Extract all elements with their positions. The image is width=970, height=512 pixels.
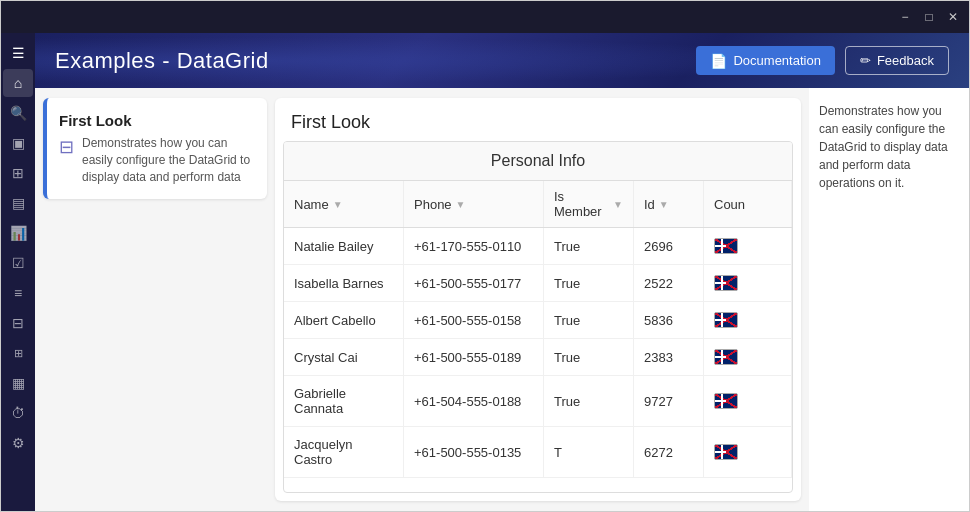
sidebar-item-menu[interactable]: ☰ — [3, 39, 33, 67]
table-row[interactable]: Natalie Bailey +61-170-555-0110 True 269… — [284, 228, 792, 265]
sidebar-item-table[interactable]: ⊟ — [3, 309, 33, 337]
col-header-member[interactable]: Is Member ▼ — [544, 181, 634, 227]
cell-name: Crystal Cai — [284, 339, 404, 375]
sidebar: ☰ ⌂ 🔍 ▣ ⊞ ▤ 📊 ☑ ≡ ⊟ ⊞ ▦ ⏱ ⚙ — [1, 33, 35, 511]
titlebar: − □ ✕ — [1, 1, 969, 33]
col-header-name[interactable]: Name ▼ — [284, 181, 404, 227]
sidebar-item-pivot[interactable]: ⊞ — [3, 339, 33, 367]
cell-member: True — [544, 376, 634, 426]
sidebar-item-window[interactable]: ▣ — [3, 129, 33, 157]
flag-icon — [714, 444, 738, 460]
sidebar-item-chart[interactable]: 📊 — [3, 219, 33, 247]
flag-icon — [714, 349, 738, 365]
table-row[interactable]: Crystal Cai +61-500-555-0189 True 2383 — [284, 339, 792, 376]
section-title: First Look — [275, 98, 801, 141]
cell-name: Natalie Bailey — [284, 228, 404, 264]
sidebar-item-grid[interactable]: ⊞ — [3, 159, 33, 187]
doc-icon: 📄 — [710, 53, 727, 69]
header: Examples - DataGrid 📄 Documentation ✏ Fe… — [35, 33, 969, 88]
sidebar-item-layout[interactable]: ▤ — [3, 189, 33, 217]
cell-id: 6272 — [634, 427, 704, 477]
right-description: Demonstrates how you can easily configur… — [809, 88, 969, 511]
minimize-button[interactable]: − — [897, 9, 913, 25]
cell-phone: +61-500-555-0158 — [404, 302, 544, 338]
col-header-country: Coun — [704, 181, 792, 227]
sidebar-item-list[interactable]: ≡ — [3, 279, 33, 307]
cell-country — [704, 265, 792, 301]
left-panel: First Look ⊟ Demonstrates how you can ea… — [35, 88, 275, 511]
table-row[interactable]: Albert Cabello +61-500-555-0158 True 583… — [284, 302, 792, 339]
sidebar-item-home[interactable]: ⌂ — [3, 69, 33, 97]
column-headers: Name ▼ Phone ▼ Is Member ▼ — [284, 181, 792, 228]
sidebar-item-settings[interactable]: ⚙ — [3, 429, 33, 457]
col-header-phone[interactable]: Phone ▼ — [404, 181, 544, 227]
data-grid-body[interactable]: Natalie Bailey +61-170-555-0110 True 269… — [284, 228, 792, 492]
cell-member: T — [544, 427, 634, 477]
table-row[interactable]: Jacquelyn Castro +61-500-555-0135 T 6272 — [284, 427, 792, 478]
cell-phone: +61-504-555-0188 — [404, 376, 544, 426]
header-actions: 📄 Documentation ✏ Feedback — [696, 46, 949, 75]
content-area: First Look ⊟ Demonstrates how you can ea… — [35, 88, 969, 511]
feedback-button[interactable]: ✏ Feedback — [845, 46, 949, 75]
cell-country — [704, 427, 792, 477]
table-row[interactable]: Isabella Barnes +61-500-555-0177 True 25… — [284, 265, 792, 302]
cell-phone: +61-500-555-0189 — [404, 339, 544, 375]
documentation-button[interactable]: 📄 Documentation — [696, 46, 834, 75]
data-grid[interactable]: Personal Info Name ▼ Phone ▼ Is — [283, 141, 793, 493]
cell-name: Gabrielle Cannata — [284, 376, 404, 426]
maximize-button[interactable]: □ — [921, 9, 937, 25]
cell-id: 2383 — [634, 339, 704, 375]
cell-member: True — [544, 265, 634, 301]
flag-icon — [714, 312, 738, 328]
header-title: Examples - DataGrid — [55, 48, 269, 74]
nav-card-icon-row: ⊟ Demonstrates how you can easily config… — [59, 135, 255, 185]
cell-id: 9727 — [634, 376, 704, 426]
cell-id: 5836 — [634, 302, 704, 338]
nav-card-title: First Look — [59, 112, 255, 129]
flag-icon — [714, 238, 738, 254]
main-area: Examples - DataGrid 📄 Documentation ✏ Fe… — [35, 33, 969, 511]
datagrid-icon: ⊟ — [59, 136, 74, 158]
grid-area: First Look Personal Info Name ▼ Phone ▼ — [275, 98, 801, 501]
sidebar-item-check[interactable]: ☑ — [3, 249, 33, 277]
cell-id: 2522 — [634, 265, 704, 301]
cell-name: Isabella Barnes — [284, 265, 404, 301]
cell-member: True — [544, 339, 634, 375]
filter-id-icon[interactable]: ▼ — [659, 199, 669, 210]
flag-icon — [714, 275, 738, 291]
cell-phone: +61-170-555-0110 — [404, 228, 544, 264]
table-row[interactable]: Gabrielle Cannata +61-504-555-0188 True … — [284, 376, 792, 427]
cell-name: Albert Cabello — [284, 302, 404, 338]
flag-icon — [714, 393, 738, 409]
col-header-id[interactable]: Id ▼ — [634, 181, 704, 227]
cell-member: True — [544, 302, 634, 338]
cell-member: True — [544, 228, 634, 264]
cell-country — [704, 302, 792, 338]
cell-country — [704, 376, 792, 426]
nav-card-desc: Demonstrates how you can easily configur… — [82, 135, 255, 185]
filter-phone-icon[interactable]: ▼ — [456, 199, 466, 210]
cell-phone: +61-500-555-0177 — [404, 265, 544, 301]
cell-country — [704, 339, 792, 375]
feedback-icon: ✏ — [860, 53, 871, 68]
sidebar-item-clock[interactable]: ⏱ — [3, 399, 33, 427]
cell-id: 2696 — [634, 228, 704, 264]
cell-name: Jacquelyn Castro — [284, 427, 404, 477]
sidebar-item-search[interactable]: 🔍 — [3, 99, 33, 127]
cell-country — [704, 228, 792, 264]
app-body: ☰ ⌂ 🔍 ▣ ⊞ ▤ 📊 ☑ ≡ ⊟ ⊞ ▦ ⏱ ⚙ Examples - D… — [1, 33, 969, 511]
app-window: − □ ✕ ☰ ⌂ 🔍 ▣ ⊞ ▤ 📊 ☑ ≡ ⊟ ⊞ ▦ ⏱ ⚙ Exampl… — [0, 0, 970, 512]
table-title: Personal Info — [284, 142, 792, 181]
filter-name-icon[interactable]: ▼ — [333, 199, 343, 210]
filter-member-icon[interactable]: ▼ — [613, 199, 623, 210]
cell-phone: +61-500-555-0135 — [404, 427, 544, 477]
nav-card-firstlook[interactable]: First Look ⊟ Demonstrates how you can ea… — [43, 98, 267, 199]
close-button[interactable]: ✕ — [945, 9, 961, 25]
sidebar-item-form[interactable]: ▦ — [3, 369, 33, 397]
